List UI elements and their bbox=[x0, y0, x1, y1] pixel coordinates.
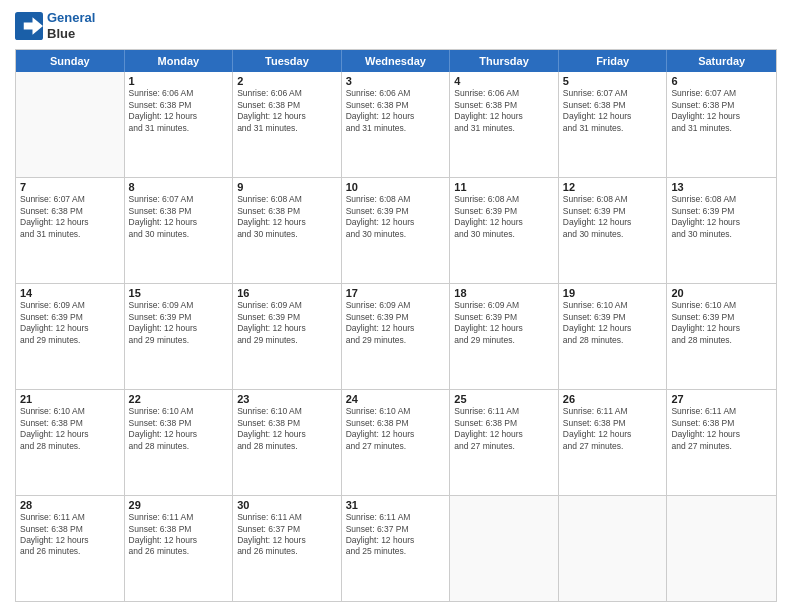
calendar-cell: 7Sunrise: 6:07 AM Sunset: 6:38 PM Daylig… bbox=[16, 178, 125, 283]
day-info: Sunrise: 6:08 AM Sunset: 6:39 PM Dayligh… bbox=[346, 194, 446, 240]
day-number: 25 bbox=[454, 393, 554, 405]
calendar-row: 7Sunrise: 6:07 AM Sunset: 6:38 PM Daylig… bbox=[16, 177, 776, 283]
page: General Blue SundayMondayTuesdayWednesda… bbox=[0, 0, 792, 612]
day-header-saturday: Saturday bbox=[667, 50, 776, 72]
day-number: 19 bbox=[563, 287, 663, 299]
day-number: 9 bbox=[237, 181, 337, 193]
calendar-cell bbox=[667, 496, 776, 601]
calendar-cell: 25Sunrise: 6:11 AM Sunset: 6:38 PM Dayli… bbox=[450, 390, 559, 495]
calendar-cell: 31Sunrise: 6:11 AM Sunset: 6:37 PM Dayli… bbox=[342, 496, 451, 601]
calendar-cell: 13Sunrise: 6:08 AM Sunset: 6:39 PM Dayli… bbox=[667, 178, 776, 283]
calendar-cell: 20Sunrise: 6:10 AM Sunset: 6:39 PM Dayli… bbox=[667, 284, 776, 389]
day-number: 28 bbox=[20, 499, 120, 511]
day-info: Sunrise: 6:06 AM Sunset: 6:38 PM Dayligh… bbox=[346, 88, 446, 134]
day-number: 5 bbox=[563, 75, 663, 87]
calendar-cell: 30Sunrise: 6:11 AM Sunset: 6:37 PM Dayli… bbox=[233, 496, 342, 601]
calendar-cell: 1Sunrise: 6:06 AM Sunset: 6:38 PM Daylig… bbox=[125, 72, 234, 177]
calendar-cell: 3Sunrise: 6:06 AM Sunset: 6:38 PM Daylig… bbox=[342, 72, 451, 177]
calendar-cell bbox=[450, 496, 559, 601]
day-info: Sunrise: 6:07 AM Sunset: 6:38 PM Dayligh… bbox=[671, 88, 772, 134]
day-info: Sunrise: 6:11 AM Sunset: 6:37 PM Dayligh… bbox=[346, 512, 446, 558]
calendar-row: 28Sunrise: 6:11 AM Sunset: 6:38 PM Dayli… bbox=[16, 495, 776, 601]
day-info: Sunrise: 6:10 AM Sunset: 6:38 PM Dayligh… bbox=[129, 406, 229, 452]
calendar-cell: 6Sunrise: 6:07 AM Sunset: 6:38 PM Daylig… bbox=[667, 72, 776, 177]
day-number: 31 bbox=[346, 499, 446, 511]
calendar-cell bbox=[16, 72, 125, 177]
day-number: 23 bbox=[237, 393, 337, 405]
day-info: Sunrise: 6:06 AM Sunset: 6:38 PM Dayligh… bbox=[129, 88, 229, 134]
day-header-tuesday: Tuesday bbox=[233, 50, 342, 72]
day-number: 2 bbox=[237, 75, 337, 87]
day-info: Sunrise: 6:10 AM Sunset: 6:38 PM Dayligh… bbox=[346, 406, 446, 452]
day-header-wednesday: Wednesday bbox=[342, 50, 451, 72]
calendar-cell: 2Sunrise: 6:06 AM Sunset: 6:38 PM Daylig… bbox=[233, 72, 342, 177]
day-number: 20 bbox=[671, 287, 772, 299]
day-number: 10 bbox=[346, 181, 446, 193]
calendar-cell: 27Sunrise: 6:11 AM Sunset: 6:38 PM Dayli… bbox=[667, 390, 776, 495]
day-info: Sunrise: 6:06 AM Sunset: 6:38 PM Dayligh… bbox=[454, 88, 554, 134]
calendar-cell: 8Sunrise: 6:07 AM Sunset: 6:38 PM Daylig… bbox=[125, 178, 234, 283]
day-info: Sunrise: 6:11 AM Sunset: 6:38 PM Dayligh… bbox=[563, 406, 663, 452]
calendar-cell: 16Sunrise: 6:09 AM Sunset: 6:39 PM Dayli… bbox=[233, 284, 342, 389]
calendar-cell: 5Sunrise: 6:07 AM Sunset: 6:38 PM Daylig… bbox=[559, 72, 668, 177]
day-info: Sunrise: 6:08 AM Sunset: 6:39 PM Dayligh… bbox=[671, 194, 772, 240]
day-number: 16 bbox=[237, 287, 337, 299]
calendar-cell: 24Sunrise: 6:10 AM Sunset: 6:38 PM Dayli… bbox=[342, 390, 451, 495]
day-info: Sunrise: 6:09 AM Sunset: 6:39 PM Dayligh… bbox=[20, 300, 120, 346]
calendar-cell: 15Sunrise: 6:09 AM Sunset: 6:39 PM Dayli… bbox=[125, 284, 234, 389]
day-number: 15 bbox=[129, 287, 229, 299]
day-info: Sunrise: 6:11 AM Sunset: 6:38 PM Dayligh… bbox=[671, 406, 772, 452]
day-number: 26 bbox=[563, 393, 663, 405]
day-info: Sunrise: 6:08 AM Sunset: 6:38 PM Dayligh… bbox=[237, 194, 337, 240]
calendar-cell: 22Sunrise: 6:10 AM Sunset: 6:38 PM Dayli… bbox=[125, 390, 234, 495]
day-info: Sunrise: 6:11 AM Sunset: 6:38 PM Dayligh… bbox=[129, 512, 229, 558]
calendar-header: SundayMondayTuesdayWednesdayThursdayFrid… bbox=[16, 50, 776, 72]
logo-text: General Blue bbox=[47, 10, 95, 41]
day-info: Sunrise: 6:08 AM Sunset: 6:39 PM Dayligh… bbox=[563, 194, 663, 240]
day-header-sunday: Sunday bbox=[16, 50, 125, 72]
day-number: 1 bbox=[129, 75, 229, 87]
logo: General Blue bbox=[15, 10, 95, 41]
day-header-monday: Monday bbox=[125, 50, 234, 72]
day-number: 7 bbox=[20, 181, 120, 193]
day-number: 8 bbox=[129, 181, 229, 193]
calendar-cell: 18Sunrise: 6:09 AM Sunset: 6:39 PM Dayli… bbox=[450, 284, 559, 389]
day-info: Sunrise: 6:11 AM Sunset: 6:37 PM Dayligh… bbox=[237, 512, 337, 558]
day-info: Sunrise: 6:09 AM Sunset: 6:39 PM Dayligh… bbox=[346, 300, 446, 346]
calendar-cell: 28Sunrise: 6:11 AM Sunset: 6:38 PM Dayli… bbox=[16, 496, 125, 601]
day-number: 6 bbox=[671, 75, 772, 87]
day-info: Sunrise: 6:10 AM Sunset: 6:39 PM Dayligh… bbox=[671, 300, 772, 346]
calendar-cell: 4Sunrise: 6:06 AM Sunset: 6:38 PM Daylig… bbox=[450, 72, 559, 177]
day-info: Sunrise: 6:11 AM Sunset: 6:38 PM Dayligh… bbox=[20, 512, 120, 558]
calendar-cell: 9Sunrise: 6:08 AM Sunset: 6:38 PM Daylig… bbox=[233, 178, 342, 283]
day-header-thursday: Thursday bbox=[450, 50, 559, 72]
calendar-cell: 26Sunrise: 6:11 AM Sunset: 6:38 PM Dayli… bbox=[559, 390, 668, 495]
calendar-cell: 29Sunrise: 6:11 AM Sunset: 6:38 PM Dayli… bbox=[125, 496, 234, 601]
calendar-row: 21Sunrise: 6:10 AM Sunset: 6:38 PM Dayli… bbox=[16, 389, 776, 495]
logo-icon bbox=[15, 12, 43, 40]
day-info: Sunrise: 6:10 AM Sunset: 6:38 PM Dayligh… bbox=[20, 406, 120, 452]
day-info: Sunrise: 6:09 AM Sunset: 6:39 PM Dayligh… bbox=[237, 300, 337, 346]
calendar-row: 1Sunrise: 6:06 AM Sunset: 6:38 PM Daylig… bbox=[16, 72, 776, 177]
day-number: 21 bbox=[20, 393, 120, 405]
day-number: 12 bbox=[563, 181, 663, 193]
calendar-body: 1Sunrise: 6:06 AM Sunset: 6:38 PM Daylig… bbox=[16, 72, 776, 601]
day-number: 4 bbox=[454, 75, 554, 87]
day-number: 14 bbox=[20, 287, 120, 299]
day-header-friday: Friday bbox=[559, 50, 668, 72]
calendar-cell: 11Sunrise: 6:08 AM Sunset: 6:39 PM Dayli… bbox=[450, 178, 559, 283]
day-info: Sunrise: 6:10 AM Sunset: 6:39 PM Dayligh… bbox=[563, 300, 663, 346]
calendar-cell: 10Sunrise: 6:08 AM Sunset: 6:39 PM Dayli… bbox=[342, 178, 451, 283]
header: General Blue bbox=[15, 10, 777, 41]
day-number: 18 bbox=[454, 287, 554, 299]
day-number: 22 bbox=[129, 393, 229, 405]
day-number: 17 bbox=[346, 287, 446, 299]
day-number: 13 bbox=[671, 181, 772, 193]
day-number: 30 bbox=[237, 499, 337, 511]
day-info: Sunrise: 6:09 AM Sunset: 6:39 PM Dayligh… bbox=[454, 300, 554, 346]
day-number: 3 bbox=[346, 75, 446, 87]
calendar-row: 14Sunrise: 6:09 AM Sunset: 6:39 PM Dayli… bbox=[16, 283, 776, 389]
calendar-cell: 21Sunrise: 6:10 AM Sunset: 6:38 PM Dayli… bbox=[16, 390, 125, 495]
day-info: Sunrise: 6:08 AM Sunset: 6:39 PM Dayligh… bbox=[454, 194, 554, 240]
day-info: Sunrise: 6:07 AM Sunset: 6:38 PM Dayligh… bbox=[563, 88, 663, 134]
